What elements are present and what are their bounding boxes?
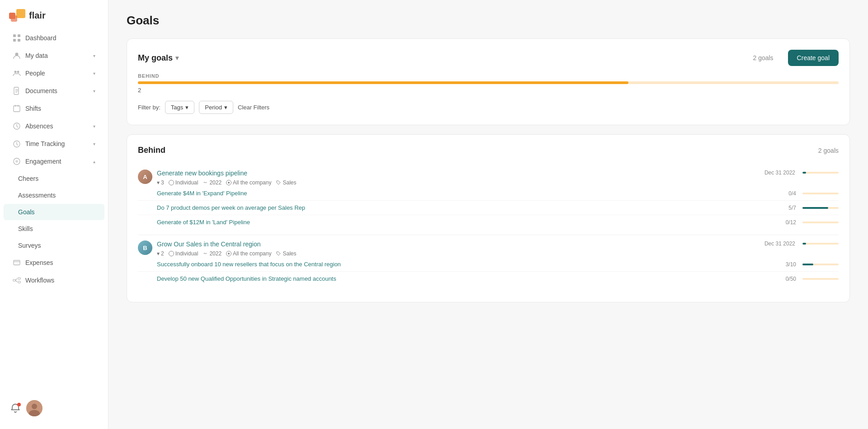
filter-by-label: Filter by: <box>138 104 160 111</box>
document-icon <box>13 87 21 95</box>
sub-progress-bar <box>802 264 839 265</box>
goal-sub-count: ▾ 3 <box>157 179 164 186</box>
sidebar-label-goals: Goals <box>18 208 35 216</box>
sub-goal-row: Generate of $12M in 'Land' Pipeline 0/12 <box>138 215 839 229</box>
create-goal-button[interactable]: Create goal <box>788 50 839 66</box>
sidebar-item-expenses[interactable]: Expenses <box>4 254 104 271</box>
sidebar-item-engagement[interactable]: Engagement ▴ <box>4 153 104 170</box>
sidebar-item-dashboard[interactable]: Dashboard <box>4 29 104 47</box>
goal-title-link[interactable]: Generate new bookings pipeline <box>157 170 735 177</box>
svg-point-30 <box>169 180 174 185</box>
sub-goal-right: 5/7 <box>748 205 839 211</box>
app-name: flair <box>29 10 46 21</box>
page-title: Goals <box>127 14 850 28</box>
sub-goal-right: 3/10 <box>748 261 839 268</box>
sidebar-item-people[interactable]: People ▾ <box>4 65 104 82</box>
sidebar-item-skills[interactable]: Skills <box>4 221 104 237</box>
behind-section-card: Behind 2 goals A Generate new bookings p… <box>127 134 850 302</box>
chevron-down-icon: ▾ <box>93 71 95 76</box>
goal-title-link[interactable]: Grow Our Sales in the Central region <box>157 240 735 248</box>
sidebar-label-shifts: Shifts <box>25 105 41 112</box>
goal-item: B Grow Our Sales in the Central region ▾… <box>138 235 839 291</box>
people-icon <box>13 69 21 77</box>
tags-filter-button[interactable]: Tags ▾ <box>165 101 194 114</box>
flair-logo-icon <box>9 9 25 22</box>
sub-goal-title[interactable]: Generate of $12M in 'Land' Pipeline <box>157 219 748 226</box>
sidebar-label-cheers: Cheers <box>18 175 38 182</box>
goal-year: ～ 2022 <box>203 179 222 186</box>
sidebar-item-goals[interactable]: Goals <box>4 204 104 220</box>
sidebar-item-workflows[interactable]: Workflows <box>4 272 104 289</box>
goal-content: Generate new bookings pipeline ▾ 3 Indiv… <box>157 170 735 186</box>
sidebar-label-documents: Documents <box>25 87 57 94</box>
expense-icon <box>13 259 21 267</box>
svg-point-33 <box>169 251 174 256</box>
sub-progress-bar <box>802 222 839 223</box>
sidebar-bottom <box>0 395 108 422</box>
user-avatar[interactable] <box>26 400 42 416</box>
avatar-image <box>26 400 42 416</box>
sidebar-item-documents[interactable]: Documents ▾ <box>4 82 104 99</box>
my-goals-title[interactable]: My goals ▾ <box>138 53 179 63</box>
sidebar-label-engagement: Engagement <box>25 158 61 165</box>
goal-date: Dec 31 2022 <box>764 240 795 247</box>
sidebar-item-assessments[interactable]: Assessments <box>4 187 104 203</box>
sub-goal-right: 0/12 <box>748 219 839 226</box>
sidebar-label-surveys: Surveys <box>18 242 41 249</box>
shifts-icon <box>13 104 21 113</box>
sub-goal-title[interactable]: Successfully onboard 10 new resellers th… <box>157 261 748 268</box>
individual-icon <box>169 180 174 185</box>
sub-goal-count: 0/50 <box>786 276 796 282</box>
goal-right: Dec 31 2022 <box>739 170 839 176</box>
sidebar-item-surveys[interactable]: Surveys <box>4 237 104 254</box>
sidebar-label-my-data: My data <box>25 52 48 59</box>
goal-company: All the company <box>226 179 271 186</box>
goal-date: Dec 31 2022 <box>764 170 795 176</box>
sidebar-item-time-tracking[interactable]: Time Tracking ▾ <box>4 135 104 152</box>
behind-section-header: Behind 2 goals <box>138 146 839 155</box>
sub-goal-row: Do 7 product demos per week on average p… <box>138 201 839 215</box>
engagement-icon <box>13 157 21 165</box>
sub-goal-right: 0/50 <box>748 276 839 282</box>
sub-goal-count: 0/4 <box>788 190 796 197</box>
chevron-down-icon: ▾ <box>93 124 95 129</box>
goal-tag: Sales <box>276 179 296 186</box>
goal-meta: ▾ 2 Individual ～ 2022 <box>157 250 735 257</box>
clear-filters-link[interactable]: Clear Filters <box>238 102 269 113</box>
sub-goal-row: Develop 50 new Qualified Opportunities i… <box>138 272 839 286</box>
behind-section-count: 2 goals <box>818 147 839 154</box>
svg-point-9 <box>17 71 19 73</box>
svg-rect-4 <box>18 34 20 37</box>
sidebar-item-shifts[interactable]: Shifts <box>4 100 104 117</box>
sub-goal-title[interactable]: Develop 50 new Qualified Opportunities i… <box>157 275 748 282</box>
sidebar-item-absences[interactable]: Absences ▾ <box>4 118 104 135</box>
goal-avatar: A <box>138 170 152 184</box>
goal-progress-bar <box>802 243 839 245</box>
period-filter-button[interactable]: Period ▾ <box>199 101 233 114</box>
svg-rect-24 <box>18 281 20 283</box>
sidebar-item-cheers[interactable]: Cheers <box>4 170 104 187</box>
sidebar-label-expenses: Expenses <box>25 259 53 266</box>
sub-goal-title[interactable]: Generate $4M in 'Expand' Pipeline <box>157 190 748 197</box>
sub-goal-row: Successfully onboard 10 new resellers th… <box>138 257 839 272</box>
svg-rect-23 <box>18 278 20 279</box>
tag-icon <box>276 251 281 256</box>
chevron-down-icon: ▾ <box>93 141 95 146</box>
goal-content: Grow Our Sales in the Central region ▾ 2… <box>157 240 735 257</box>
chevron-down-icon: ▾ <box>93 53 95 58</box>
sub-goal-title[interactable]: Do 7 product demos per week on average p… <box>157 204 748 211</box>
goal-sub-count: ▾ 2 <box>157 250 164 257</box>
svg-rect-20 <box>14 260 20 265</box>
chevron-down-icon: ▾ <box>185 104 189 111</box>
sidebar-item-my-data[interactable]: My data ▾ <box>4 47 104 64</box>
filter-row: Filter by: Tags ▾ Period ▾ Clear Filters <box>138 101 839 114</box>
goal-item: A Generate new bookings pipeline ▾ 3 Ind… <box>138 164 839 235</box>
sidebar-label-dashboard: Dashboard <box>25 34 57 42</box>
sidebar-label-absences: Absences <box>25 123 53 130</box>
sidebar-label-time-tracking: Time Tracking <box>25 140 65 147</box>
absences-icon <box>13 122 21 130</box>
svg-rect-14 <box>14 106 20 112</box>
notification-button[interactable] <box>9 402 22 415</box>
dashboard-icon <box>13 34 21 42</box>
progress-bar-fill <box>138 81 628 84</box>
